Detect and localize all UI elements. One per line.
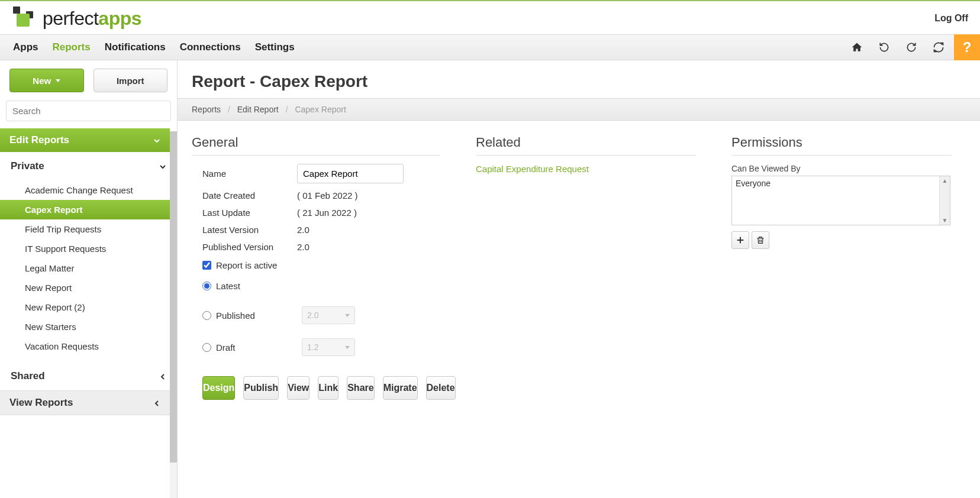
redo-icon[interactable]: [900, 35, 923, 59]
value-published-version: 2.0: [297, 242, 440, 252]
caret-down-icon: [345, 314, 350, 317]
sidebar-item-capex-report[interactable]: Capex Report: [0, 200, 170, 219]
nav-left: Apps Reports Notifications Connections S…: [13, 35, 295, 59]
design-button[interactable]: Design: [202, 376, 235, 400]
viewed-by-listbox[interactable]: Everyone ▲ ▼: [731, 176, 950, 225]
sidebar-group-private[interactable]: Private: [0, 152, 177, 180]
brand-logo-mark-icon: [12, 5, 38, 31]
sidebar-item-new-starters[interactable]: New Starters: [0, 317, 170, 337]
panel-permissions: Permissions Can Be Viewed By Everyone ▲ …: [731, 135, 952, 400]
delete-permission-button[interactable]: [752, 231, 769, 249]
breadcrumb-reports[interactable]: Reports: [192, 105, 221, 114]
main-content: Report - Capex Report Reports / Edit Rep…: [178, 60, 980, 498]
sidebar-item-vacation-requests[interactable]: Vacation Requests: [0, 337, 170, 356]
related-link-capital-expenditure[interactable]: Capital Expenditure Request: [476, 164, 696, 174]
action-row: Design Publish View Link Share Migrate D…: [192, 360, 440, 400]
sidebar-item-legal-matter[interactable]: Legal Matter: [0, 258, 170, 278]
radio-latest[interactable]: [202, 282, 211, 290]
label-report-active: Report is active: [216, 260, 277, 270]
view-button[interactable]: View: [287, 376, 310, 400]
add-permission-button[interactable]: [731, 231, 749, 249]
chevron-left-icon: [152, 399, 160, 407]
nav-item-settings[interactable]: Settings: [255, 35, 295, 59]
new-button-label: New: [33, 76, 51, 86]
brand-logo-text: perfectapps: [43, 8, 141, 30]
brand-right: apps: [98, 8, 141, 29]
caret-down-icon: [345, 346, 350, 349]
sidebar-section-edit-reports[interactable]: Edit Reports: [0, 128, 170, 152]
sidebar-item-it-support[interactable]: IT Support Requests: [0, 239, 170, 258]
panel-general: General Name Date Created ( 01 Feb 2022 …: [192, 135, 440, 400]
page-title: Report - Capex Report: [178, 60, 980, 98]
label-last-update: Last Update: [202, 208, 297, 218]
sidebar-item-field-trip[interactable]: Field Trip Requests: [0, 219, 170, 239]
breadcrumb-edit-report[interactable]: Edit Report: [237, 105, 279, 114]
section-title-general: General: [192, 135, 440, 156]
radio-draft[interactable]: [202, 343, 211, 352]
draft-version-select[interactable]: 1.2: [302, 338, 355, 356]
undo-icon[interactable]: [872, 35, 896, 59]
report-active-checkbox[interactable]: [202, 261, 211, 270]
new-button[interactable]: New: [9, 69, 84, 92]
published-version-select[interactable]: 2.0: [302, 306, 355, 324]
row-report-active: Report is active: [192, 257, 440, 274]
main-nav: Apps Reports Notifications Connections S…: [0, 34, 980, 60]
trash-icon: [756, 235, 765, 245]
link-button[interactable]: Link: [318, 376, 339, 400]
brand-logo: perfectapps: [12, 5, 141, 31]
draft-select-value: 1.2: [307, 342, 318, 352]
nav-item-connections[interactable]: Connections: [180, 35, 241, 59]
label-published-version: Published Version: [202, 242, 297, 252]
sidebar-item-new-report-2[interactable]: New Report (2): [0, 297, 170, 317]
sync-icon[interactable]: [927, 35, 950, 59]
row-latest: Latest: [192, 277, 440, 295]
value-date-created: ( 01 Feb 2022 ): [297, 190, 440, 201]
delete-button[interactable]: Delete: [426, 376, 456, 400]
publish-button[interactable]: Publish: [243, 376, 279, 400]
row-draft: Draft 1.2: [192, 335, 440, 360]
app-header: perfectapps Log Off: [0, 1, 980, 34]
share-button[interactable]: Share: [347, 376, 374, 400]
sidebar-item-academic-change[interactable]: Academic Change Request: [0, 180, 170, 200]
label-can-be-viewed-by: Can Be Viewed By: [731, 164, 952, 173]
migrate-button[interactable]: Migrate: [383, 376, 418, 400]
label-date-created: Date Created: [202, 190, 297, 201]
sidebar-scrollbar[interactable]: [170, 131, 177, 498]
listbox-scrollbar[interactable]: ▲ ▼: [939, 176, 950, 225]
scrollbar-thumb[interactable]: [170, 131, 177, 463]
scroll-down-icon[interactable]: ▼: [942, 216, 948, 225]
plus-icon: [736, 235, 745, 245]
label-latest: Latest: [216, 281, 240, 291]
breadcrumb-sep: /: [228, 105, 230, 114]
value-latest-version: 2.0: [297, 225, 440, 235]
scroll-up-icon[interactable]: ▲: [942, 176, 948, 185]
breadcrumb-sep: /: [286, 105, 288, 114]
breadcrumb: Reports / Edit Report / Capex Report: [178, 98, 980, 121]
sidebar: New Import Edit Reports Private Academic…: [0, 60, 178, 498]
help-button[interactable]: ?: [954, 34, 980, 60]
label-name: Name: [202, 169, 297, 179]
panel-related: Related Capital Expenditure Request: [476, 135, 696, 400]
breadcrumb-current: Capex Report: [295, 105, 346, 114]
sidebar-section-view-reports[interactable]: View Reports: [0, 390, 170, 415]
chevron-down-icon: [152, 136, 160, 144]
search-input[interactable]: [6, 101, 171, 121]
nav-item-apps[interactable]: Apps: [13, 35, 38, 59]
radio-published[interactable]: [202, 311, 211, 320]
viewed-by-list: Everyone: [732, 176, 939, 225]
sidebar-section-label: View Reports: [9, 397, 73, 409]
import-button[interactable]: Import: [94, 69, 168, 92]
nav-right: ?: [845, 34, 980, 60]
brand-left: perfect: [43, 8, 98, 29]
name-input[interactable]: [297, 164, 404, 183]
logoff-link[interactable]: Log Off: [934, 13, 968, 24]
sidebar-private-list: Academic Change Request Capex Report Fie…: [0, 180, 170, 362]
sidebar-group-label: Shared: [11, 370, 45, 382]
viewed-by-item[interactable]: Everyone: [736, 179, 936, 188]
import-button-label: Import: [117, 76, 144, 86]
sidebar-group-shared[interactable]: Shared: [0, 362, 177, 390]
nav-item-reports[interactable]: Reports: [53, 35, 91, 59]
sidebar-item-new-report[interactable]: New Report: [0, 278, 170, 297]
nav-item-notifications[interactable]: Notifications: [105, 35, 166, 59]
home-icon[interactable]: [845, 35, 869, 59]
